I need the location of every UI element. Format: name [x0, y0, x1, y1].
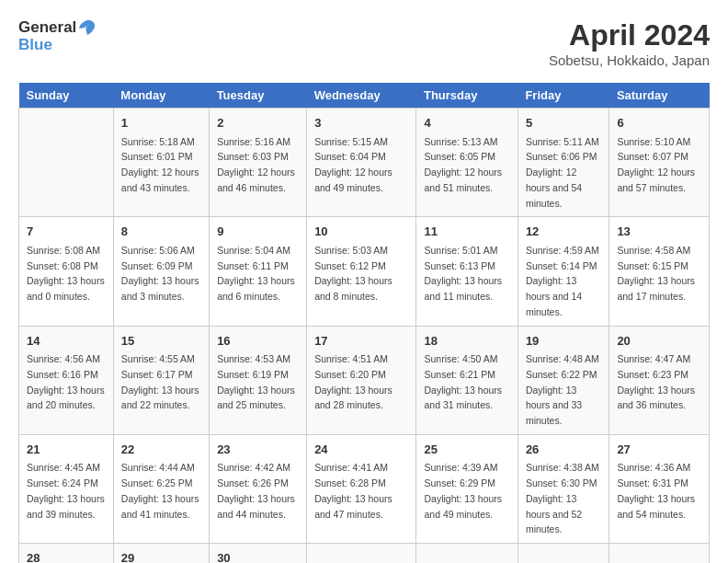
sunrise-info: Sunrise: 4:45 AM — [27, 462, 100, 473]
sunset-info: Sunset: 6:07 PM — [617, 151, 688, 162]
subtitle: Sobetsu, Hokkaido, Japan — [549, 52, 710, 68]
sunset-info: Sunset: 6:04 PM — [314, 151, 386, 162]
daylight-info: Daylight: 12 hours and 43 minutes. — [121, 167, 199, 193]
sunrise-info: Sunrise: 5:15 AM — [314, 136, 388, 147]
day-number: 4 — [424, 114, 509, 132]
day-cell: 11 Sunrise: 5:01 AM Sunset: 6:13 PM Dayl… — [416, 217, 518, 326]
day-cell: 28 Sunrise: 4:35 AM Sunset: 6:32 PM Dayl… — [19, 544, 114, 564]
day-cell: 21 Sunrise: 4:45 AM Sunset: 6:24 PM Dayl… — [19, 434, 114, 543]
daylight-info: Daylight: 13 hours and 20 minutes. — [27, 385, 105, 411]
sunrise-info: Sunrise: 4:56 AM — [27, 353, 100, 364]
day-cell: 17 Sunrise: 4:51 AM Sunset: 6:20 PM Dayl… — [307, 326, 416, 434]
sunset-info: Sunset: 6:28 PM — [314, 477, 386, 488]
day-cell: 3 Sunrise: 5:15 AM Sunset: 6:04 PM Dayli… — [307, 109, 416, 217]
sunrise-info: Sunrise: 5:06 AM — [121, 245, 195, 256]
sunrise-info: Sunrise: 4:38 AM — [526, 462, 599, 473]
sunrise-info: Sunrise: 4:36 AM — [617, 462, 690, 473]
daylight-info: Daylight: 13 hours and 22 minutes. — [121, 385, 199, 411]
sunset-info: Sunset: 6:13 PM — [424, 260, 495, 271]
header-cell-sunday: Sunday — [19, 83, 114, 109]
day-cell: 14 Sunrise: 4:56 AM Sunset: 6:16 PM Dayl… — [19, 326, 114, 434]
sunrise-info: Sunrise: 5:04 AM — [217, 245, 290, 256]
daylight-info: Daylight: 13 hours and 39 minutes. — [27, 493, 105, 520]
day-cell: 15 Sunrise: 4:55 AM Sunset: 6:17 PM Dayl… — [113, 326, 209, 434]
sunset-info: Sunset: 6:09 PM — [121, 260, 193, 271]
header-cell-thursday: Thursday — [416, 83, 518, 109]
day-cell: 12 Sunrise: 4:59 AM Sunset: 6:14 PM Dayl… — [518, 217, 609, 326]
daylight-info: Daylight: 13 hours and 31 minutes. — [424, 385, 502, 411]
header-cell-monday: Monday — [113, 83, 209, 109]
day-cell: 30 Sunrise: 4:32 AM Sunset: 6:34 PM Dayl… — [210, 544, 307, 564]
sunset-info: Sunset: 6:12 PM — [314, 260, 386, 271]
day-number: 25 — [424, 441, 509, 459]
day-number: 26 — [526, 441, 602, 459]
day-cell: 6 Sunrise: 5:10 AM Sunset: 6:07 PM Dayli… — [609, 109, 710, 217]
day-cell: 18 Sunrise: 4:50 AM Sunset: 6:21 PM Dayl… — [416, 326, 518, 434]
day-number: 3 — [314, 114, 408, 132]
sunset-info: Sunset: 6:31 PM — [617, 477, 688, 488]
title-area: April 2024 Sobetsu, Hokkaido, Japan — [549, 18, 710, 68]
day-number: 19 — [526, 332, 602, 350]
day-number: 7 — [27, 223, 106, 241]
sunset-info: Sunset: 6:22 PM — [526, 369, 597, 380]
header-cell-tuesday: Tuesday — [210, 83, 307, 109]
daylight-info: Daylight: 13 hours and 14 minutes. — [526, 275, 582, 317]
header: General Blue April 2024 Sobetsu, Hokkaid… — [18, 18, 710, 68]
day-cell — [416, 544, 518, 564]
day-number: 10 — [314, 223, 408, 241]
day-cell: 13 Sunrise: 4:58 AM Sunset: 6:15 PM Dayl… — [609, 217, 710, 326]
sunrise-info: Sunrise: 4:59 AM — [526, 245, 599, 256]
day-number: 16 — [217, 332, 299, 350]
daylight-info: Daylight: 12 hours and 49 minutes. — [314, 167, 392, 193]
sunset-info: Sunset: 6:30 PM — [526, 477, 597, 488]
sunset-info: Sunset: 6:14 PM — [526, 260, 597, 271]
daylight-info: Daylight: 12 hours and 57 minutes. — [617, 167, 695, 193]
daylight-info: Daylight: 13 hours and 36 minutes. — [617, 385, 695, 411]
sunrise-info: Sunrise: 5:08 AM — [27, 245, 100, 256]
day-number: 15 — [121, 332, 201, 350]
main-title: April 2024 — [549, 18, 710, 52]
day-number: 18 — [424, 332, 509, 350]
sunrise-info: Sunrise: 5:03 AM — [314, 245, 388, 256]
sunset-info: Sunset: 6:24 PM — [27, 477, 98, 488]
day-number: 30 — [217, 549, 299, 563]
day-number: 12 — [526, 223, 602, 241]
sunset-info: Sunset: 6:26 PM — [217, 477, 289, 488]
week-row-4: 21 Sunrise: 4:45 AM Sunset: 6:24 PM Dayl… — [19, 434, 710, 543]
day-cell: 5 Sunrise: 5:11 AM Sunset: 6:06 PM Dayli… — [518, 109, 609, 217]
day-number: 28 — [27, 549, 106, 563]
header-cell-saturday: Saturday — [609, 83, 710, 109]
sunset-info: Sunset: 6:06 PM — [526, 151, 597, 162]
daylight-info: Daylight: 13 hours and 44 minutes. — [217, 493, 295, 520]
calendar-table: SundayMondayTuesdayWednesdayThursdayFrid… — [18, 83, 710, 563]
sunset-info: Sunset: 6:16 PM — [27, 369, 98, 380]
day-cell: 20 Sunrise: 4:47 AM Sunset: 6:23 PM Dayl… — [609, 326, 710, 434]
sunrise-info: Sunrise: 5:18 AM — [121, 136, 195, 147]
sunset-info: Sunset: 6:03 PM — [217, 151, 289, 162]
day-cell: 8 Sunrise: 5:06 AM Sunset: 6:09 PM Dayli… — [113, 217, 209, 326]
daylight-info: Daylight: 13 hours and 28 minutes. — [314, 385, 392, 411]
sunset-info: Sunset: 6:29 PM — [424, 477, 495, 488]
daylight-info: Daylight: 13 hours and 25 minutes. — [217, 385, 295, 411]
daylight-info: Daylight: 13 hours and 54 minutes. — [617, 493, 695, 520]
day-number: 6 — [617, 114, 701, 132]
daylight-info: Daylight: 13 hours and 0 minutes. — [27, 275, 105, 302]
sunrise-info: Sunrise: 5:10 AM — [617, 136, 690, 147]
day-number: 5 — [526, 114, 602, 132]
daylight-info: Daylight: 13 hours and 3 minutes. — [121, 275, 199, 302]
sunset-info: Sunset: 6:20 PM — [314, 369, 386, 380]
week-row-5: 28 Sunrise: 4:35 AM Sunset: 6:32 PM Dayl… — [19, 544, 710, 564]
header-cell-wednesday: Wednesday — [307, 83, 416, 109]
day-cell — [609, 544, 710, 564]
daylight-info: Daylight: 13 hours and 41 minutes. — [121, 493, 199, 520]
day-number: 11 — [424, 223, 509, 241]
sunset-info: Sunset: 6:01 PM — [121, 151, 193, 162]
sunrise-info: Sunrise: 4:42 AM — [217, 462, 290, 473]
logo-bird-icon — [78, 18, 97, 37]
day-cell — [307, 544, 416, 564]
daylight-info: Daylight: 13 hours and 17 minutes. — [617, 275, 695, 302]
sunset-info: Sunset: 6:21 PM — [424, 369, 495, 380]
daylight-info: Daylight: 13 hours and 49 minutes. — [424, 493, 502, 520]
day-cell — [518, 544, 609, 564]
daylight-info: Daylight: 13 hours and 47 minutes. — [314, 493, 392, 520]
